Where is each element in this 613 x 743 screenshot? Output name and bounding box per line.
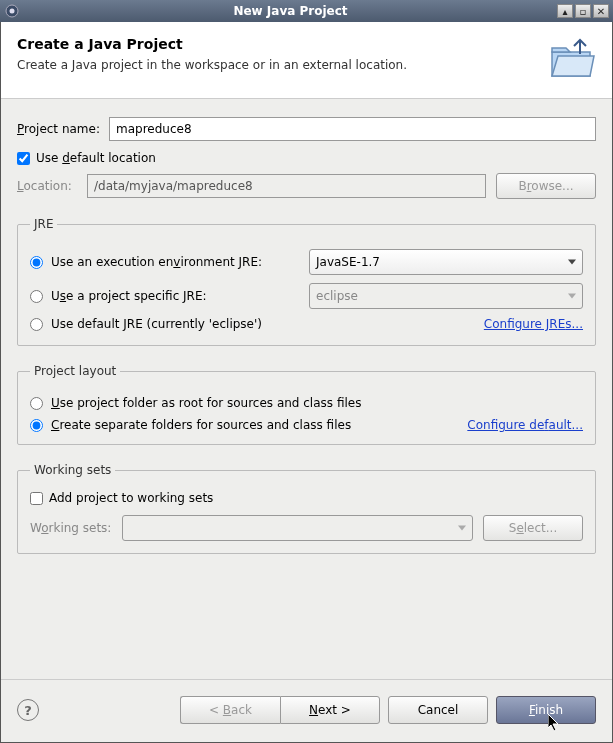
project-name-label: Project name: [17,122,109,136]
project-name-input[interactable] [109,117,596,141]
default-jre-radio[interactable] [30,318,43,331]
dialog-body: Create a Java Project Create a Java proj… [0,22,613,743]
exec-env-value: JavaSE-1.7 [316,255,380,269]
folder-java-icon [548,36,596,84]
next-button[interactable]: Next > [280,696,380,724]
root-folder-radio[interactable] [30,397,43,410]
project-layout-group: Project layout Use project folder as roo… [17,364,596,445]
help-button[interactable]: ? [17,699,39,721]
working-sets-combo [122,515,473,541]
rollup-button[interactable]: ▴ [557,4,573,18]
working-sets-group: Working sets Add project to working sets… [17,463,596,554]
project-layout-legend: Project layout [30,364,120,378]
back-button: < Back [180,696,280,724]
chevron-down-icon [568,294,576,299]
project-specific-label: Use a project specific JRE: [51,289,309,303]
location-label: Location: [17,179,87,193]
finish-button[interactable]: Finish [496,696,596,724]
use-default-location-checkbox[interactable] [17,152,30,165]
svg-point-1 [10,9,15,14]
add-working-sets-label: Add project to working sets [49,491,213,505]
location-input [87,174,486,198]
working-sets-combo-label: Working sets: [30,521,122,535]
add-working-sets-checkbox[interactable] [30,492,43,505]
separate-folders-label: Create separate folders for sources and … [51,418,351,432]
chevron-down-icon [458,526,466,531]
app-icon [4,3,20,19]
default-jre-label: Use default JRE (currently 'eclipse') [51,317,262,331]
configure-jres-link[interactable]: Configure JREs... [484,317,583,331]
separate-folders-radio[interactable] [30,419,43,432]
page-subtitle: Create a Java project in the workspace o… [17,58,548,72]
jre-legend: JRE [30,217,57,231]
exec-env-label: Use an execution environment JRE: [51,255,309,269]
button-bar: ? < Back Next > Cancel Finish [1,680,612,742]
jre-group: JRE Use an execution environment JRE: Ja… [17,217,596,346]
page-title: Create a Java Project [17,36,548,52]
maximize-button[interactable]: ▫ [575,4,591,18]
use-default-location-label: Use default location [36,151,156,165]
browse-button: Browse... [496,173,596,199]
exec-env-radio[interactable] [30,256,43,269]
select-working-sets-button: Select... [483,515,583,541]
root-folder-label: Use project folder as root for sources a… [51,396,361,410]
configure-default-link[interactable]: Configure default... [467,418,583,432]
title-bar: New Java Project ▴ ▫ ✕ [0,0,613,22]
window-title: New Java Project [26,4,555,18]
chevron-down-icon [568,260,576,265]
project-specific-value: eclipse [316,289,358,303]
project-specific-radio[interactable] [30,290,43,303]
working-sets-legend: Working sets [30,463,115,477]
cancel-button[interactable]: Cancel [388,696,488,724]
close-button[interactable]: ✕ [593,4,609,18]
dialog-header: Create a Java Project Create a Java proj… [1,22,612,99]
exec-env-combo[interactable]: JavaSE-1.7 [309,249,583,275]
project-specific-combo: eclipse [309,283,583,309]
